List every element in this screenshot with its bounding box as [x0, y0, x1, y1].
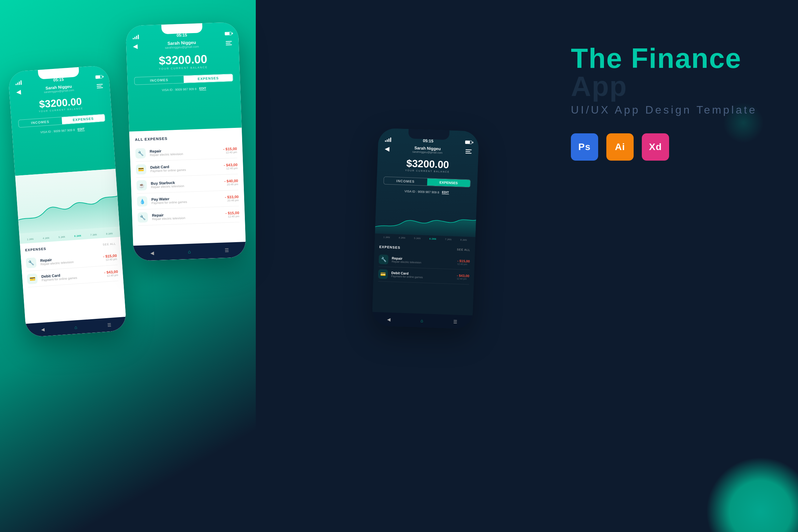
nav-back-icon[interactable]: ◀ — [150, 250, 154, 255]
signal-icon — [133, 34, 139, 39]
back-icon[interactable]: ◀ — [133, 42, 138, 50]
wave-svg-right — [375, 206, 476, 237]
wave-svg-left — [16, 179, 120, 234]
phone-right: 05:15 ◀ Sarah Niggeu sarahniggeu@gmail.c… — [372, 128, 479, 329]
phone-right-notch — [408, 129, 449, 140]
tabs-center: INCOMES EXPENSES — [134, 74, 233, 85]
visa-left: VISA ID : 9009 987 909 8 EDIT — [12, 125, 113, 141]
xd-badge: Xd — [642, 133, 669, 161]
tabs-left: INCOMES EXPENSES — [18, 114, 105, 128]
signal-right — [385, 137, 391, 142]
expense-row-4: 🔧 Repair Repair electric television - $1… — [137, 206, 239, 226]
dark-expenses: EXPENSES SEE ALL 🔧 Repair Repair electri… — [372, 240, 475, 320]
menu-icon-center[interactable] — [226, 41, 232, 45]
expenses-list-center: ALL EXPENSES 🔧 Repair Repair electric te… — [129, 128, 246, 261]
tool-icons-row: Ps Ai Xd — [571, 133, 757, 161]
battery-right — [465, 141, 472, 144]
user-email-center: sarahniggeu@gmail.com — [165, 45, 199, 49]
visa-edit-center[interactable]: EDIT — [199, 87, 206, 91]
visa-right: VISA ID : 9009 987 909 8 EDIT — [376, 188, 477, 201]
expense-icon-4: 🔧 — [137, 212, 148, 223]
visa-id-center: VISA ID : 9009 987 909 8 — [162, 87, 196, 92]
user-right: Sarah Niggeu sarahniggeu@gmail.com — [412, 146, 443, 154]
balance-section-center: $3200.00 YOUR CURRENT BALANCE — [127, 49, 240, 73]
phone-center: 05:15 ◀ Sarah Niggeu sarahniggeu@gmail.c… — [125, 22, 246, 261]
app-subtitle: UI/UX App Design Template — [571, 104, 757, 116]
user-left: Sarah Niggeu sarahniggeu@gmail.com — [43, 84, 74, 94]
nav-menu-icon[interactable]: ☰ — [224, 247, 229, 253]
title-teal: The Finance — [571, 43, 741, 74]
menu-right[interactable] — [466, 149, 472, 153]
expense-info-4: Repair Repair electric television — [152, 211, 221, 221]
tab-expenses-right[interactable]: EXPENSES — [427, 178, 470, 187]
expense-icon-0: 🔧 — [135, 148, 146, 159]
balance-right: $3200.00 YOUR CURRENT BALANCE — [377, 155, 478, 176]
tab-expenses-left[interactable]: EXPENSES — [61, 114, 105, 124]
app-title: The Finance App — [571, 44, 757, 100]
tab-incomes-right[interactable]: INCOMES — [384, 177, 427, 186]
signal-icon-left — [15, 80, 22, 85]
menu-left[interactable] — [97, 84, 103, 88]
tab-expenses-center[interactable]: EXPENSES — [183, 74, 233, 83]
battery-icon — [225, 32, 232, 35]
battery-left — [95, 75, 102, 79]
phone-center-notch — [161, 23, 203, 34]
expenses-title-center: ALL EXPENSES — [135, 134, 236, 142]
illustrator-badge: Ai — [606, 133, 634, 161]
tabs-right: INCOMES EXPENSES — [383, 177, 471, 188]
expense-info-3: Pay Water Payment for online games — [151, 195, 221, 205]
tab-incomes-left[interactable]: INCOMES — [18, 117, 62, 128]
expense-info-0: Repair Repair electric television — [150, 147, 219, 157]
expense-info-1: Debit Card Payment for online games — [150, 163, 220, 173]
nav-home-icon[interactable]: ⌂ — [188, 249, 191, 254]
expense-icon-1: 💳 — [136, 164, 146, 175]
expense-info-2: Buy Starbuck Repair electric television — [151, 179, 220, 189]
photoshop-badge: Ps — [571, 133, 598, 161]
visa-section-center: VISA ID : 9009 987 909 8 EDIT — [128, 85, 241, 98]
phone-left: 05:15 ◀ Sarah Niggeu sarahniggeu@gmail.c… — [8, 65, 127, 338]
expense-icon-2: ☕ — [136, 180, 147, 191]
wave-chart-left: 1 JAN 4 JAN 5 JAN 6 JAN 7 JAN 8 JAN — [15, 169, 120, 244]
info-panel: The Finance App UI/UX App Design Templat… — [571, 44, 757, 161]
tab-incomes-center[interactable]: INCOMES — [134, 76, 184, 85]
user-info-center: Sarah Niggeu sarahniggeu@gmail.com — [165, 40, 199, 49]
title-dark: App — [571, 71, 627, 102]
bg-blob-bottomright — [706, 457, 798, 532]
expense-icon-3: 💧 — [137, 196, 148, 207]
right-expense-1: 💳 Debit Card Payment for online games - … — [378, 267, 469, 284]
